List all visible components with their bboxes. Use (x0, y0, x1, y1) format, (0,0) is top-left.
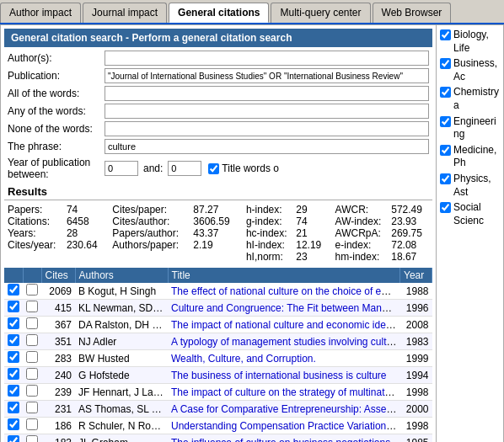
stat-label: hm-index: (335, 251, 392, 263)
row-cites: 283 (41, 350, 75, 367)
subject-label: Chemistry a (453, 86, 500, 112)
stat-label: Years: (8, 227, 67, 239)
stat-value: 28 (67, 227, 112, 239)
row-checkbox[interactable] (8, 334, 19, 346)
row-star-cell[interactable] (23, 367, 41, 384)
row-star[interactable] (26, 351, 38, 363)
row-checkbox-cell[interactable] (4, 418, 23, 434)
row-checkbox-cell[interactable] (4, 401, 23, 418)
row-checkbox[interactable] (8, 418, 19, 430)
stat-label: AWCRpA: (335, 227, 392, 239)
row-checkbox[interactable] (8, 284, 19, 296)
any-words-input[interactable] (105, 104, 429, 119)
row-checkbox-cell[interactable] (4, 283, 23, 300)
row-checkbox[interactable] (8, 385, 19, 397)
tab-author-impact[interactable]: Author impact (0, 3, 81, 23)
row-authors: AS Thomas, SL Mueller (75, 401, 168, 418)
row-title[interactable]: The effect of national culture on the ch… (168, 283, 400, 300)
subject-checkbox[interactable] (440, 145, 451, 156)
title-words-checkbox[interactable] (208, 163, 219, 174)
stats-row-4: Cites/year: 230.64 Authors/paper: 2.19 h… (8, 239, 429, 251)
row-checkbox-cell[interactable] (4, 434, 23, 443)
row-title[interactable]: Culture and Congruence: The Fit between … (168, 300, 400, 317)
title-words-check[interactable]: Title words o (208, 162, 279, 174)
row-checkbox[interactable] (8, 351, 19, 363)
subject-checkbox[interactable] (440, 58, 451, 69)
row-star-cell[interactable] (23, 418, 41, 434)
row-star-cell[interactable] (23, 384, 41, 401)
stats-row-5: hI,norm: 23 hm-index: 18.67 (8, 251, 429, 263)
row-star[interactable] (26, 301, 38, 312)
year-from-input[interactable] (105, 161, 138, 176)
tab-journal-impact[interactable]: Journal impact (83, 3, 167, 23)
author-input[interactable] (105, 51, 429, 66)
row-title[interactable]: Understanding Compensation Practice Vari… (168, 418, 400, 434)
table-row: 239 JF Hennart, J Larimo The impact of c… (4, 384, 432, 401)
subject-checkbox[interactable] (440, 173, 451, 184)
row-title[interactable]: A Case for Comparative Entrepreneurship:… (168, 401, 400, 418)
col-year: Year (400, 268, 432, 283)
stat-label: Citations: (8, 216, 67, 227)
row-star-cell[interactable] (23, 300, 41, 317)
table-row: 183 JL Graham The influence of culture o… (4, 434, 432, 443)
subject-checkbox[interactable] (440, 202, 451, 213)
row-cites: 183 (41, 434, 75, 443)
row-star-cell[interactable] (23, 434, 41, 443)
row-year: 2000 (400, 401, 432, 418)
row-star[interactable] (26, 334, 38, 346)
row-checkbox-cell[interactable] (4, 384, 23, 401)
row-star-cell[interactable] (23, 283, 41, 300)
row-checkbox[interactable] (8, 435, 19, 442)
row-checkbox-cell[interactable] (4, 317, 23, 333)
subject-checkbox[interactable] (440, 87, 451, 98)
row-year: 1994 (400, 367, 432, 384)
stats-table: Papers: 74 Cites/paper: 87.27 h-index: 2… (4, 202, 432, 264)
row-star[interactable] (26, 418, 38, 430)
all-words-input[interactable] (105, 86, 429, 101)
row-checkbox[interactable] (8, 402, 19, 413)
row-star[interactable] (26, 284, 38, 296)
tab-general-citations[interactable]: General citations (169, 3, 269, 23)
subject-item: Business, Ac (440, 57, 500, 83)
row-checkbox-cell[interactable] (4, 367, 23, 384)
row-cites: 351 (41, 333, 75, 350)
row-star[interactable] (26, 317, 38, 329)
stat-value: 29 (296, 204, 335, 216)
row-title[interactable]: Wealth, Culture, and Corruption. (168, 350, 400, 367)
publication-input[interactable] (105, 68, 429, 83)
any-words-label: Any of the words: (8, 105, 105, 117)
row-checkbox[interactable] (8, 317, 19, 329)
row-checkbox[interactable] (8, 301, 19, 312)
row-title[interactable]: The influence of culture on business neg… (168, 434, 400, 443)
tab-web-browser[interactable]: Web Browser (373, 3, 452, 23)
row-title[interactable]: The impact of national culture and econo… (168, 317, 400, 333)
row-star-cell[interactable] (23, 317, 41, 333)
row-checkbox-cell[interactable] (4, 350, 23, 367)
row-title[interactable]: The impact of culture on the strategy of… (168, 384, 400, 401)
stat-value: 6458 (67, 216, 112, 227)
row-year: 1998 (400, 384, 432, 401)
row-star[interactable] (26, 435, 38, 442)
row-checkbox[interactable] (8, 368, 19, 380)
row-star[interactable] (26, 385, 38, 397)
row-star-cell[interactable] (23, 350, 41, 367)
stat-label: e-index: (335, 239, 392, 251)
year-to-input[interactable] (168, 161, 201, 176)
none-words-input[interactable] (105, 121, 429, 136)
stat-label: AW-index: (335, 216, 392, 227)
row-title[interactable]: A typology of management studies involvi… (168, 333, 400, 350)
row-checkbox-cell[interactable] (4, 333, 23, 350)
stat-label: hc-index: (246, 227, 296, 239)
section-title: General citation search - Perform a gene… (4, 29, 432, 47)
table-row: 231 AS Thomas, SL Mueller A Case for Com… (4, 401, 432, 418)
row-title[interactable]: The business of international business i… (168, 367, 400, 384)
row-star[interactable] (26, 402, 38, 413)
row-star[interactable] (26, 368, 38, 380)
subject-checkbox[interactable] (440, 116, 451, 127)
row-checkbox-cell[interactable] (4, 300, 23, 317)
phrase-input[interactable] (105, 139, 429, 154)
row-star-cell[interactable] (23, 333, 41, 350)
row-star-cell[interactable] (23, 401, 41, 418)
subject-checkbox[interactable] (440, 29, 451, 40)
tab-multi-query[interactable]: Multi-query center (271, 3, 370, 23)
